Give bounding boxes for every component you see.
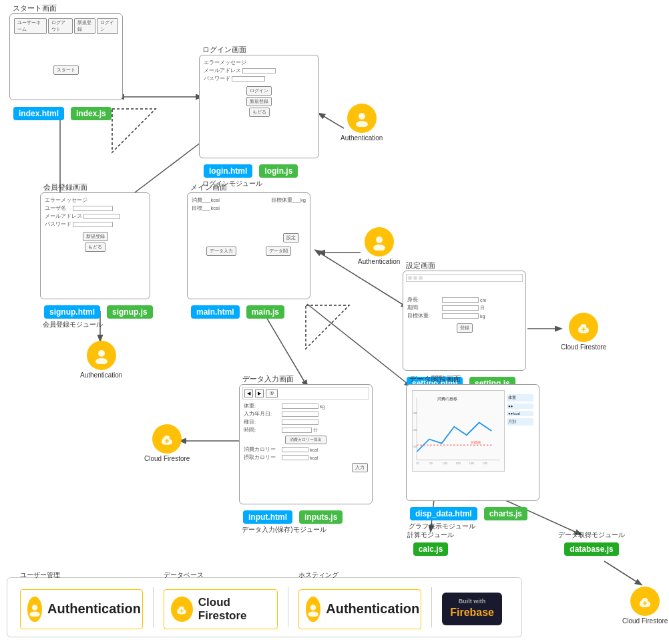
cloud-br-svg xyxy=(636,593,654,610)
svg-text:1/10: 1/10 xyxy=(443,462,447,465)
login-js-badge: login.js xyxy=(259,164,298,178)
login-badges: login.html login.js xyxy=(202,163,299,179)
svg-text:消費の推移: 消費の推移 xyxy=(437,396,457,401)
svg-text:目標値: 目標値 xyxy=(471,440,481,444)
auth-main-circle xyxy=(365,227,394,257)
svg-point-47 xyxy=(308,611,318,617)
cloud-input-label: Cloud Firestore xyxy=(144,455,190,462)
start-login-btn: ログイン xyxy=(97,18,118,34)
svg-text:60: 60 xyxy=(413,412,417,415)
disp-badges: disp_data.html charts.js xyxy=(409,506,529,522)
firebase-line2: Firebase xyxy=(450,606,494,620)
svg-text:50: 50 xyxy=(413,445,417,448)
auth-signup-label: Authentication xyxy=(80,371,122,379)
signup-screen: 会員登録画面 エラーメッセージ ユーザ名 メールアドレス パスワード 新規登録 … xyxy=(40,192,150,299)
bottom-auth1-text: Authentication xyxy=(47,601,141,617)
database-section-label: データベース xyxy=(164,571,204,580)
login-html-badge: login.html xyxy=(204,164,252,178)
bottom-cloud-text: Cloud Firestore xyxy=(198,596,271,623)
auth-signup-svg xyxy=(93,347,110,364)
auth-main-icon: Authentication xyxy=(358,227,400,265)
auth-main-label: Authentication xyxy=(358,258,400,265)
svg-text:1/5: 1/5 xyxy=(429,462,433,465)
database-module: データ取得モジュール database.js xyxy=(558,530,625,557)
svg-point-43 xyxy=(29,611,39,617)
auth-login-label: Authentication xyxy=(341,134,383,142)
auth-signup-circle xyxy=(87,341,116,370)
setting-screen-title: 設定画面 xyxy=(406,261,435,271)
cloud-setting-circle xyxy=(569,313,598,342)
cloud-input-svg xyxy=(158,430,176,448)
calc-module: 計算モジュール calc.js xyxy=(407,530,454,557)
svg-marker-21 xyxy=(306,305,349,349)
start-mock-ui: ユーザーネーム ログアウト 新規登録 ログイン スタート xyxy=(13,17,120,76)
auth-signup-icon: Authentication xyxy=(80,341,122,379)
main-html-badge: main.html xyxy=(191,305,240,319)
cloud-input-icon: Cloud Firestore xyxy=(144,424,190,462)
signup-mock-ui: エラーメッセージ ユーザ名 メールアドレス パスワード 新規登録 もどる xyxy=(43,196,147,253)
diagram-container: スタート画面 ユーザーネーム ログアウト 新規登録 ログイン スタート inde… xyxy=(0,0,669,644)
firebase-line1: Built with xyxy=(459,598,486,606)
main-mock-ui: 消費___kcal 目標体重___kg 目標___kcal 設定 データ入力 デ… xyxy=(190,196,307,257)
start-start-btn: スタート xyxy=(53,65,79,75)
setting-mock-ui: 身長:cm 期間:日 目標体重:kg 登録 xyxy=(406,285,523,334)
setting-screen: 設定画面 身長:cm 期間:日 目標体重:kg 登録 xyxy=(403,271,526,371)
firebase-badge: Built with Firebase xyxy=(442,593,502,625)
cloud-input-circle xyxy=(152,424,182,454)
cloud-bottom-right-icon: Cloud Firestore xyxy=(622,587,668,625)
hosting-label: ホスティング xyxy=(298,571,339,580)
start-badges: index.html index.js xyxy=(12,106,113,122)
start-username-btn: ユーザーネーム xyxy=(14,18,47,34)
calc-js-badge: calc.js xyxy=(413,542,449,556)
svg-point-14 xyxy=(359,113,365,120)
bottom-auth2-svg xyxy=(306,602,320,617)
svg-point-42 xyxy=(32,605,37,610)
chart-svg: 消費の推移 目標値 60 55 50 1/1 1/5 1/10 1/15 xyxy=(413,391,504,471)
svg-point-18 xyxy=(376,236,383,243)
bottom-cloud1-circle xyxy=(171,597,193,622)
input-badges: input.html inputs.js xyxy=(242,509,344,525)
login-mock-ui: エラーメッセージ メールアドレス パスワード ログイン 新規登録 もどる xyxy=(202,58,316,118)
svg-point-46 xyxy=(310,605,316,610)
disp-html-badge: disp_data.html xyxy=(410,507,477,520)
bottom-auth1-svg xyxy=(27,602,42,617)
svg-marker-20 xyxy=(112,109,156,152)
svg-point-16 xyxy=(98,350,105,357)
svg-text:55: 55 xyxy=(413,428,417,432)
main-screen: メイン画面 消費___kcal 目標体重___kg 目標___kcal 設定 デ… xyxy=(187,192,310,299)
start-signup-btn: 新規登録 xyxy=(74,18,95,34)
signup-html-badge: signup.html xyxy=(44,305,100,319)
login-screen: ログイン画面 エラーメッセージ メールアドレス パスワード ログイン 新規登録 … xyxy=(199,55,319,158)
main-screen-title: メイン画面 xyxy=(190,182,227,192)
main-badges: main.html main.js xyxy=(190,304,286,320)
auth-main-svg xyxy=(371,233,388,251)
signup-badges: signup.html signup.js xyxy=(43,304,154,320)
svg-text:1/15: 1/15 xyxy=(456,462,461,465)
input-js-badge: inputs.js xyxy=(299,510,343,524)
start-html-badge: index.html xyxy=(13,107,64,120)
svg-text:1/1: 1/1 xyxy=(416,462,419,465)
input-screen-title: データ入力画面 xyxy=(242,374,294,384)
cloud-setting-label: Cloud Firestore xyxy=(561,343,606,351)
login-screen-title: ログイン画面 xyxy=(202,45,246,55)
start-logout-btn: ログアウト xyxy=(48,18,73,34)
database-js-badge: database.js xyxy=(564,542,618,556)
disp-module-label: グラフ表示モジュール xyxy=(409,522,475,531)
cloud-br-label: Cloud Firestore xyxy=(622,617,668,625)
bottom-section: ユーザー管理 Authentication データベース xyxy=(7,577,522,637)
database-title: データ取得モジュール xyxy=(558,530,625,540)
svg-point-17 xyxy=(95,358,107,364)
auth-login-svg xyxy=(353,110,371,127)
auth-login-icon: Authentication xyxy=(341,104,383,142)
bottom-cloud1-svg xyxy=(174,602,189,617)
svg-line-10 xyxy=(604,561,641,585)
input-html-badge: input.html xyxy=(243,510,292,524)
cloud-br-circle xyxy=(630,587,660,616)
cloud-setting-icon: Cloud Firestore xyxy=(561,313,606,351)
auth-login-circle xyxy=(347,104,377,133)
triangle-dashed-2 xyxy=(292,302,356,355)
signup-module-label: 会員登録モジュール xyxy=(43,320,103,329)
start-screen: スタート画面 ユーザーネーム ログアウト 新規登録 ログイン スタート xyxy=(9,13,123,100)
triangle-dashed-1 xyxy=(99,106,166,159)
input-mock-ui: 体重:kg 入力年月日: 種目: 時間:分 消費カロリー算出 消費カロリーkca… xyxy=(242,401,369,474)
